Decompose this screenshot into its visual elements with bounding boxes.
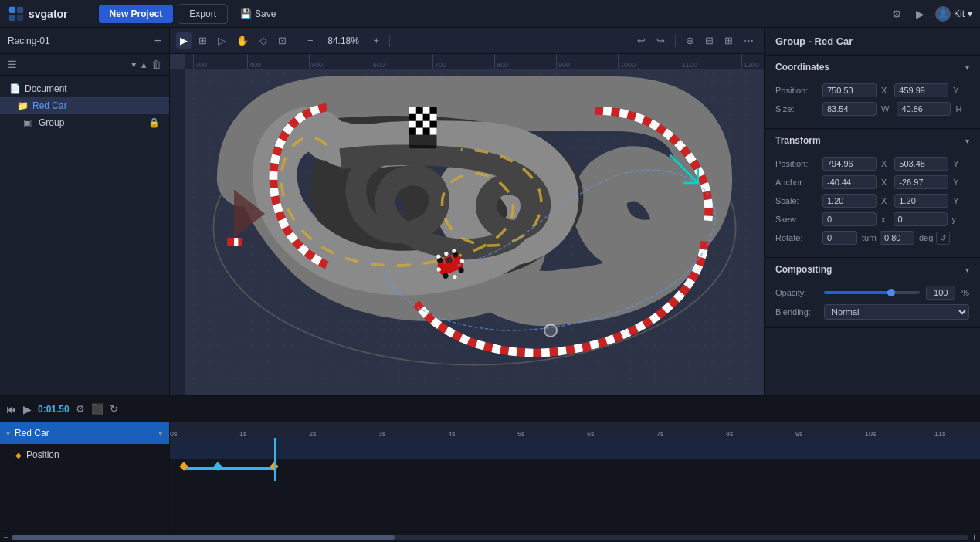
svg-rect-24: [430, 128, 437, 135]
rotate-row: Rotate: turn deg ↺: [775, 231, 969, 245]
pan-tool-button[interactable]: ✋: [232, 32, 253, 49]
user-menu-button[interactable]: 👤 Kit ▾: [935, 6, 972, 22]
timeline-track-position[interactable]: ◆ Position: [0, 444, 169, 466]
timeline-zoom-out-button[interactable]: −: [3, 532, 8, 543]
right-panel-title: Group - Red Car: [765, 28, 980, 56]
more-button[interactable]: ⋯: [740, 32, 758, 49]
ruler-vertical: [170, 69, 185, 395]
compositing-section: Compositing ▾ Opacity: % Blending: Norma…: [765, 258, 980, 328]
preview-play-button[interactable]: ▶: [913, 5, 927, 23]
track-label-position: Position: [26, 449, 163, 460]
undo-button[interactable]: ↩: [633, 32, 649, 49]
distribute-button[interactable]: ⊞: [721, 32, 737, 49]
ruler-tick: 500: [309, 54, 323, 69]
play-tool-button[interactable]: ▷: [214, 32, 229, 49]
svg-rect-13: [409, 114, 416, 121]
transform-tool-button[interactable]: ⊞: [195, 32, 211, 49]
opacity-input[interactable]: [926, 286, 955, 300]
layer-group[interactable]: ▣ Group 🔒: [0, 114, 169, 131]
timeline-track-red-car[interactable]: ▾ Red Car ▾: [0, 422, 169, 444]
position-x-input[interactable]: [822, 83, 877, 97]
layers-menu-icon[interactable]: ☰: [8, 59, 17, 70]
anchor-button[interactable]: ⊕: [682, 32, 698, 49]
coordinates-section: Coordinates ▾ Position: X Y Size:: [765, 56, 980, 129]
zoom-input[interactable]: [320, 36, 367, 46]
track-chevron: ▾: [158, 429, 163, 439]
canvas-content[interactable]: [185, 69, 764, 395]
time-display[interactable]: 0:01.50: [38, 404, 70, 415]
layer-red-car[interactable]: 📁 Red Car: [0, 97, 169, 114]
timeline-zoom-in-button[interactable]: +: [972, 532, 977, 543]
timeline-ruler: 0s 1s 2s 3s 4s 5s 6s 7s 8s 9s 10s 11s: [170, 422, 980, 438]
svg-rect-18: [416, 121, 423, 128]
skew-y-input[interactable]: [894, 212, 948, 226]
timeline-area: ⏮ ▶ 0:01.50 ⚙ ⬛ ↻ ▾ Red Car ▾ ◆ Position: [0, 395, 980, 542]
chevron-icon: ▾: [965, 266, 969, 274]
select-tool-button[interactable]: ▶: [176, 32, 192, 49]
coordinates-header[interactable]: Coordinates ▾: [765, 56, 980, 79]
skew-x-input[interactable]: [822, 212, 877, 226]
layers-tree: 📄 Document 📁 Red Car ▣ Group 🔒: [0, 76, 169, 395]
svg-rect-11: [423, 107, 430, 114]
add-layer-button[interactable]: +: [154, 34, 161, 48]
frame-tool-button[interactable]: ⊡: [274, 32, 290, 49]
skew-row: Skew: x y: [775, 212, 969, 226]
svg-rect-23: [423, 128, 430, 135]
blending-select[interactable]: Normal: [824, 304, 969, 320]
collapse-icon[interactable]: ▾: [131, 59, 137, 70]
rotate-val-input[interactable]: [822, 231, 857, 245]
project-name: Racing-01: [8, 36, 151, 46]
size-w-input[interactable]: [822, 102, 877, 116]
svg-rect-17: [409, 121, 416, 128]
size-h-input[interactable]: [897, 102, 951, 116]
compositing-header[interactable]: Compositing ▾: [765, 258, 980, 281]
rotate-reset-button[interactable]: ↺: [936, 232, 950, 245]
canvas-viewport: 300 400 500 600 700 800 900 1000 1100 12…: [170, 54, 764, 395]
rotate-deg-input[interactable]: [880, 231, 914, 245]
svg-rect-10: [416, 107, 423, 114]
folder-icon: 📁: [17, 100, 28, 111]
new-project-button[interactable]: New Project: [99, 5, 174, 23]
zoom-in-canvas-button[interactable]: +: [370, 32, 384, 49]
playhead[interactable]: [274, 438, 276, 459]
scale-x-input[interactable]: [822, 194, 877, 208]
timeline-controls: ⏮ ▶ 0:01.50 ⚙ ⬛ ↻: [0, 396, 980, 422]
opacity-slider[interactable]: [824, 291, 920, 294]
transform-header[interactable]: Transform ▾: [765, 129, 980, 152]
position-y-input[interactable]: [894, 83, 948, 97]
svg-rect-21: [409, 128, 416, 135]
chevron-icon: ▾: [965, 63, 969, 72]
layer-document-label: Document: [25, 83, 160, 94]
svg-rect-0: [9, 6, 15, 12]
record-button[interactable]: ⬛: [91, 403, 103, 415]
path-tool-button[interactable]: ◇: [256, 32, 271, 49]
save-button[interactable]: 💾 Save: [232, 5, 283, 23]
svg-rect-3: [17, 14, 23, 20]
align-button[interactable]: ⊟: [701, 32, 717, 49]
svg-rect-41: [234, 238, 238, 246]
layer-document[interactable]: 📄 Document: [0, 80, 169, 97]
opacity-row: Opacity: %: [775, 286, 969, 300]
transform-x-input[interactable]: [822, 157, 877, 171]
loop-button[interactable]: ↻: [110, 403, 118, 415]
anchor-y-input[interactable]: [894, 175, 948, 189]
scale-y-input[interactable]: [894, 194, 948, 208]
timeline-scrollbar[interactable]: [12, 535, 968, 540]
svg-rect-14: [416, 114, 423, 121]
transform-y-input[interactable]: [894, 157, 948, 171]
anchor-x-input[interactable]: [822, 175, 877, 189]
expand-track-button[interactable]: ▾: [6, 429, 10, 438]
rewind-button[interactable]: ⏮: [6, 403, 17, 415]
up-icon[interactable]: ▴: [141, 59, 147, 70]
redo-button[interactable]: ↪: [653, 32, 669, 49]
timeline-scrollbar-area: − +: [0, 531, 980, 542]
zoom-out-canvas-button[interactable]: −: [303, 32, 317, 49]
svg-rect-15: [423, 114, 430, 121]
delete-layer-icon[interactable]: 🗑: [151, 59, 161, 70]
settings-button[interactable]: ⚙: [889, 5, 905, 23]
export-button[interactable]: Export: [178, 4, 228, 24]
play-button[interactable]: ▶: [23, 403, 32, 415]
svg-rect-19: [423, 121, 430, 128]
svg-rect-22: [416, 128, 423, 135]
timeline-settings-button[interactable]: ⚙: [76, 403, 85, 415]
